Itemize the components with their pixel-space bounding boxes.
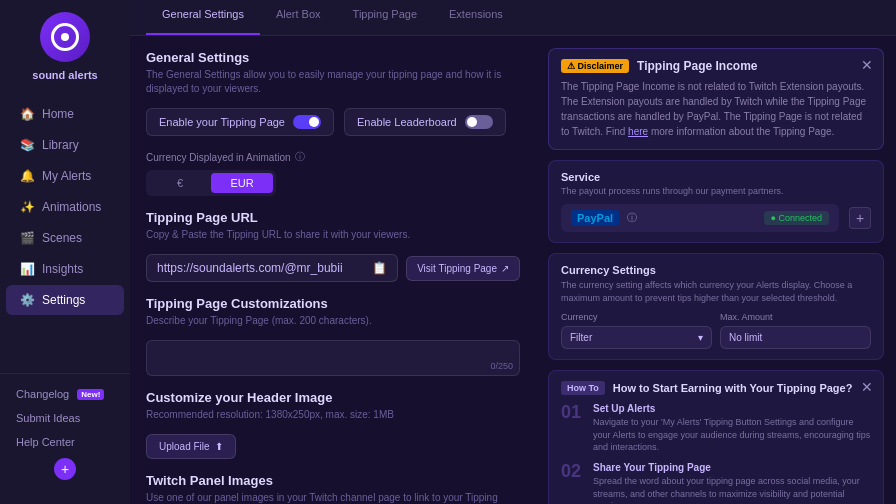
- sidebar-item-submit-ideas[interactable]: Submit Ideas: [6, 406, 124, 430]
- currency-field-label: Currency: [561, 312, 712, 322]
- sidebar-item-my-alerts[interactable]: 🔔 My Alerts: [6, 161, 124, 191]
- currency-settings-title: Currency Settings: [561, 264, 871, 276]
- disclaimer-title: Tipping Page Income: [637, 59, 757, 73]
- max-amount-field: Max. Amount No limit: [720, 312, 871, 349]
- settings-icon: ⚙️: [20, 293, 34, 307]
- service-desc: The payout process runs through our paym…: [561, 186, 871, 196]
- content-area: General Settings The General Settings al…: [130, 36, 896, 504]
- toggle-row: Enable your Tipping Page Enable Leaderbo…: [146, 108, 520, 136]
- tab-tipping[interactable]: Tipping Page: [337, 0, 433, 35]
- leaderboard-switch[interactable]: [465, 115, 493, 129]
- url-input[interactable]: https://soundalerts.com/@mr_bubii 📋: [146, 254, 398, 282]
- currency-display-label: Currency Displayed in Animation ⓘ: [146, 150, 520, 164]
- right-panel: ✕ ⚠ Disclaimer Tipping Page Income The T…: [536, 36, 896, 504]
- service-card: Service The payout process runs through …: [548, 160, 884, 243]
- app-name: sound alerts: [32, 68, 97, 82]
- disclaimer-close-button[interactable]: ✕: [861, 57, 873, 73]
- scenes-icon: 🎬: [20, 231, 34, 245]
- chevron-down-icon: ▾: [698, 332, 703, 343]
- general-settings-title: General Settings: [146, 50, 520, 65]
- url-row: https://soundalerts.com/@mr_bubii 📋 Visi…: [146, 254, 520, 282]
- howto-close-button[interactable]: ✕: [861, 379, 873, 395]
- sidebar-item-label: Insights: [42, 262, 83, 276]
- sidebar-item-label: Settings: [42, 293, 85, 307]
- disclaimer-text: The Tipping Page Income is not related t…: [561, 79, 871, 139]
- max-amount-input[interactable]: No limit: [720, 326, 871, 349]
- sidebar-item-insights[interactable]: 📊 Insights: [6, 254, 124, 284]
- step-1-desc: Navigate to your 'My Alerts' Tipping But…: [593, 416, 871, 454]
- step-2-content: Share Your Tipping Page Spread the word …: [593, 462, 871, 504]
- currency-field: Currency Filter ▾: [561, 312, 712, 349]
- connected-badge: ● Connected: [764, 211, 829, 225]
- sidebar-item-scenes[interactable]: 🎬 Scenes: [6, 223, 124, 253]
- tab-extensions[interactable]: Extensions: [433, 0, 519, 35]
- upload-icon: ⬆: [215, 441, 223, 452]
- tipping-switch[interactable]: [293, 115, 321, 129]
- enable-leaderboard-toggle[interactable]: Enable Leaderboard: [344, 108, 506, 136]
- customization-desc: Describe your Tipping Page (max. 200 cha…: [146, 314, 520, 328]
- external-link-icon: ↗: [501, 263, 509, 274]
- insights-icon: 📊: [20, 262, 34, 276]
- app-logo: [40, 12, 90, 62]
- sidebar-item-settings[interactable]: ⚙️ Settings: [6, 285, 124, 315]
- howto-title: How to Start Earning with Your Tipping P…: [613, 382, 853, 394]
- url-value: https://soundalerts.com/@mr_bubii: [157, 261, 343, 275]
- logo-icon: [51, 23, 79, 51]
- main-content: General Settings Alert Box Tipping Page …: [130, 0, 896, 504]
- tipping-url-section: Tipping Page URL Copy & Paste the Tippin…: [146, 210, 520, 282]
- upload-file-button[interactable]: Upload File ⬆: [146, 434, 236, 459]
- help-center-label: Help Center: [16, 436, 75, 448]
- step-2-num: 02: [561, 462, 583, 504]
- step-1-num: 01: [561, 403, 583, 454]
- disclaimer-link[interactable]: here: [628, 126, 648, 137]
- enable-tipping-label: Enable your Tipping Page: [159, 116, 285, 128]
- sidebar-item-label: Library: [42, 138, 79, 152]
- header-image-section: Customize your Header Image Recommended …: [146, 390, 520, 459]
- sidebar-item-label: Scenes: [42, 231, 82, 245]
- header-image-desc: Recommended resolution: 1380x250px, max.…: [146, 408, 520, 422]
- disclaimer-header: ⚠ Disclaimer Tipping Page Income: [561, 59, 871, 73]
- animations-icon: ✨: [20, 200, 34, 214]
- sidebar-bottom: Changelog New! Submit Ideas Help Center …: [0, 373, 130, 492]
- sidebar-item-library[interactable]: 📚 Library: [6, 130, 124, 160]
- twitch-panel-section: Twitch Panel Images Use one of our panel…: [146, 473, 520, 504]
- upload-label: Upload File: [159, 441, 210, 452]
- tab-general-settings[interactable]: General Settings: [146, 0, 260, 35]
- char-count: 0/250: [490, 361, 513, 371]
- sidebar-item-help-center[interactable]: Help Center: [6, 430, 124, 454]
- sidebar-item-changelog[interactable]: Changelog New!: [6, 382, 124, 406]
- currency-symbol-opt[interactable]: €: [149, 173, 211, 193]
- sidebar-item-label: Home: [42, 107, 74, 121]
- tab-alert-box[interactable]: Alert Box: [260, 0, 337, 35]
- sidebar-item-home[interactable]: 🏠 Home: [6, 99, 124, 129]
- tipping-url-desc: Copy & Paste the Tipping URL to share it…: [146, 228, 520, 242]
- currency-toggle[interactable]: € EUR: [146, 170, 276, 196]
- add-button[interactable]: +: [54, 458, 76, 480]
- alerts-icon: 🔔: [20, 169, 34, 183]
- howto-header: How To How to Start Earning with Your Ti…: [561, 381, 871, 395]
- step-2-title: Share Your Tipping Page: [593, 462, 871, 473]
- sidebar: sound alerts 🏠 Home 📚 Library 🔔 My Alert…: [0, 0, 130, 504]
- paypal-label: PayPal: [577, 212, 613, 224]
- customization-section: Tipping Page Customizations Describe you…: [146, 296, 520, 376]
- currency-settings-desc: The currency setting affects which curre…: [561, 279, 871, 304]
- currency-code-opt[interactable]: EUR: [211, 173, 273, 193]
- home-icon: 🏠: [20, 107, 34, 121]
- step-1-content: Set Up Alerts Navigate to your 'My Alert…: [593, 403, 871, 454]
- copy-icon[interactable]: 📋: [372, 261, 387, 275]
- customization-textarea[interactable]: 0/250: [146, 340, 520, 376]
- disclaimer-card: ✕ ⚠ Disclaimer Tipping Page Income The T…: [548, 48, 884, 150]
- add-payment-button[interactable]: +: [849, 207, 871, 229]
- paypal-logo: PayPal: [571, 210, 619, 226]
- library-icon: 📚: [20, 138, 34, 152]
- sidebar-item-animations[interactable]: ✨ Animations: [6, 192, 124, 222]
- sidebar-nav: 🏠 Home 📚 Library 🔔 My Alerts ✨ Animation…: [0, 98, 130, 373]
- paypal-info-icon: ⓘ: [627, 211, 637, 225]
- top-tabs: General Settings Alert Box Tipping Page …: [130, 0, 896, 36]
- general-settings-desc: The General Settings allow you to easily…: [146, 68, 520, 96]
- visit-tipping-page-button[interactable]: Visit Tipping Page ↗: [406, 256, 520, 281]
- sidebar-item-label: My Alerts: [42, 169, 91, 183]
- enable-tipping-toggle[interactable]: Enable your Tipping Page: [146, 108, 334, 136]
- currency-settings-card: Currency Settings The currency setting a…: [548, 253, 884, 360]
- currency-select[interactable]: Filter ▾: [561, 326, 712, 349]
